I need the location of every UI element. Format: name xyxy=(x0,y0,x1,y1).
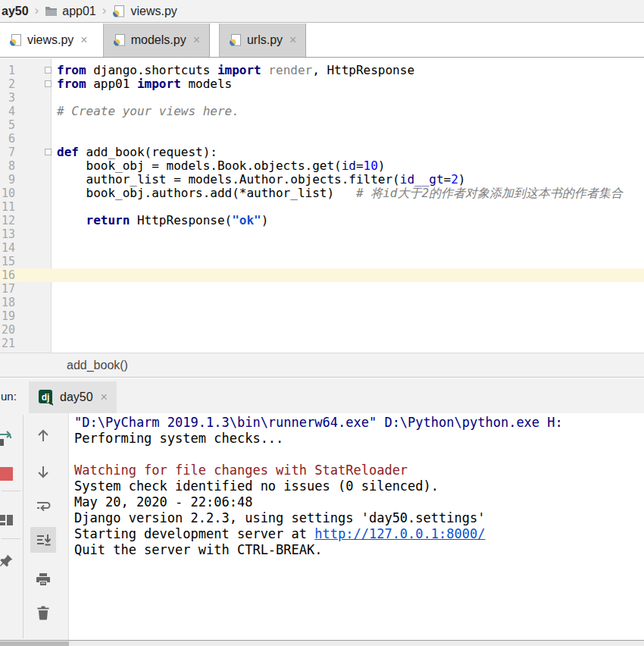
line-number: 7 xyxy=(0,146,15,159)
line-number: 10 xyxy=(0,187,15,200)
tab-views-py[interactable]: views.py × xyxy=(0,24,97,57)
breadcrumb-project[interactable]: ay50 xyxy=(2,5,29,18)
run-tab-label: day50 xyxy=(60,390,93,404)
python-file-icon xyxy=(229,33,242,47)
horizontal-scrollbar[interactable] xyxy=(0,640,644,646)
tab-models-py[interactable]: models.py × xyxy=(103,24,210,57)
restore-layout-icon xyxy=(0,512,14,528)
run-toolwindow-label: un: xyxy=(0,378,24,413)
up-stack-trace-button[interactable] xyxy=(33,426,53,446)
console-line: System check identified no issues (0 sil… xyxy=(74,478,644,494)
line-number: 5 xyxy=(0,118,15,132)
soft-wrap-icon xyxy=(35,498,52,515)
code-line xyxy=(57,296,644,309)
pycharm-window: ay50 › app01 › views.py views.py × model… xyxy=(0,0,644,646)
print-button[interactable] xyxy=(33,569,53,589)
tab-label: models.py xyxy=(131,33,186,47)
close-icon[interactable]: × xyxy=(289,33,296,47)
console-line xyxy=(74,447,644,463)
line-number: 8 xyxy=(0,159,15,173)
soft-wrap-button[interactable] xyxy=(33,497,53,516)
line-number: 12 xyxy=(0,214,15,227)
scroll-to-end-icon xyxy=(35,532,52,548)
fold-marker-icon[interactable] xyxy=(45,149,52,155)
run-config-tab-day50[interactable]: dj day50 × xyxy=(29,381,117,413)
restore-layout-button[interactable] xyxy=(0,510,16,530)
tab-label: urls.py xyxy=(247,33,283,47)
down-stack-trace-button[interactable] xyxy=(33,462,53,481)
console-lines: "D:\PyCharm 2019.1.3\bin\runnerw64.exe" … xyxy=(74,415,644,558)
chevron-separator-icon: › xyxy=(101,3,108,20)
stop-button[interactable] xyxy=(0,464,16,484)
line-number: 11 xyxy=(0,200,15,214)
code-line xyxy=(57,227,644,241)
code-line: # Create your views here. xyxy=(57,105,644,118)
line-number: 15 xyxy=(0,255,15,268)
close-icon[interactable]: × xyxy=(193,33,200,47)
line-number: 3 xyxy=(0,91,15,105)
console-line: Watching for file changes with StatReloa… xyxy=(74,463,644,478)
tab-label: views.py xyxy=(27,33,73,47)
scroll-to-end-button[interactable] xyxy=(30,527,56,553)
code-line: return HttpResponse("ok") xyxy=(57,214,644,227)
django-icon: dj xyxy=(38,389,55,406)
close-icon[interactable]: × xyxy=(80,33,87,47)
code-lines: from django.shortcuts import render, Htt… xyxy=(57,64,644,350)
fold-marker-icon[interactable] xyxy=(45,80,52,87)
breadcrumb-file[interactable]: views.py xyxy=(130,5,177,18)
code-line xyxy=(57,268,644,282)
tab-urls-py[interactable]: urls.py × xyxy=(219,24,306,57)
python-file-icon xyxy=(9,33,23,47)
context-function[interactable]: add_book() xyxy=(67,359,128,372)
code-line xyxy=(57,255,644,268)
horizontal-scrollbar-thumb[interactable] xyxy=(0,641,69,646)
print-icon xyxy=(35,571,52,588)
close-icon[interactable]: × xyxy=(101,390,108,404)
down-arrow-icon xyxy=(35,463,52,480)
editor-tab-bar: views.py × models.py × urls.py × xyxy=(0,24,644,58)
chevron-separator-icon: › xyxy=(33,3,41,20)
toolbar-divider xyxy=(23,415,23,638)
line-number: 9 xyxy=(0,173,15,187)
folder-icon xyxy=(45,5,58,17)
console-line: Performing system checks... xyxy=(74,431,644,447)
fold-marker-icon[interactable] xyxy=(45,67,52,74)
toolbar-separator xyxy=(2,538,20,539)
code-line: author_list = models.Author.objects.filt… xyxy=(57,173,644,187)
rerun-button[interactable] xyxy=(0,428,15,448)
breadcrumb-package[interactable]: app01 xyxy=(62,5,96,18)
line-numbers: 123456789101112131415161718192021 xyxy=(0,64,15,350)
run-console-panel: "D:\PyCharm 2019.1.3\bin\runnerw64.exe" … xyxy=(0,413,644,640)
clear-trash-icon xyxy=(35,604,52,621)
line-number: 2 xyxy=(0,77,15,91)
code-line xyxy=(57,118,644,132)
line-number: 4 xyxy=(0,105,15,118)
code-line: def add_book(request): xyxy=(57,146,644,159)
svg-text:dj: dj xyxy=(42,392,50,403)
console-output[interactable]: "D:\PyCharm 2019.1.3\bin\runnerw64.exe" … xyxy=(68,413,644,640)
code-line xyxy=(57,309,644,323)
console-line: "D:\PyCharm 2019.1.3\bin\runnerw64.exe" … xyxy=(74,415,644,431)
pin-tab-button[interactable] xyxy=(0,551,16,571)
line-number: 21 xyxy=(0,337,15,350)
pin-icon xyxy=(0,553,14,569)
line-number: 20 xyxy=(0,323,15,337)
line-number: 17 xyxy=(0,282,15,296)
server-url-link[interactable]: http://127.0.0.1:8000/ xyxy=(314,526,485,541)
line-number: 16 xyxy=(0,268,15,282)
code-line: from app01 import models xyxy=(57,77,644,91)
line-number: 14 xyxy=(0,241,15,255)
console-line: Quit the server with CTRL-BREAK. xyxy=(74,542,644,558)
clear-console-button[interactable] xyxy=(33,603,53,622)
code-line xyxy=(57,200,644,214)
line-number: 18 xyxy=(0,296,15,309)
breadcrumb: ay50 › app01 › views.py xyxy=(0,0,644,23)
python-file-icon xyxy=(112,5,126,18)
code-line xyxy=(57,337,644,350)
context-bar: add_book() xyxy=(0,353,644,378)
code-line xyxy=(57,241,644,255)
code-editor[interactable]: 123456789101112131415161718192021 from d… xyxy=(0,58,644,353)
line-number: 13 xyxy=(0,227,15,241)
code-line: from django.shortcuts import render, Htt… xyxy=(57,64,644,77)
line-number: 19 xyxy=(0,309,15,323)
